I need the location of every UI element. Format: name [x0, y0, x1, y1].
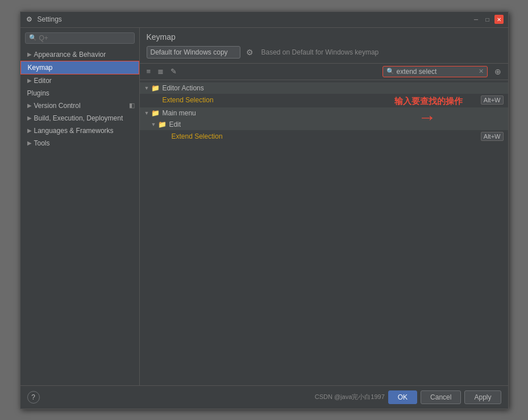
sidebar-search-input[interactable] [39, 34, 131, 42]
sidebar-item-label: Keymap [28, 64, 53, 72]
sidebar: 🔍 ▶ Appearance & Behavior Keymap ▶ Edito… [20, 28, 140, 385]
title-bar-controls: ─ □ ✕ [472, 15, 504, 24]
apply-button[interactable]: Apply [464, 390, 501, 404]
tree-group-header-main-menu[interactable]: ▼ 📁 Main menu [140, 107, 508, 119]
minimize-button[interactable]: ─ [472, 15, 481, 24]
sidebar-item-label: Version Control [34, 102, 81, 110]
version-control-icon: ◧ [129, 102, 135, 109]
sidebar-item-label: Tools [34, 139, 50, 147]
settings-window: ⚙ Settings ─ □ ✕ 🔍 ▶ Appearance & Behavi… [20, 11, 509, 409]
keymap-search-field[interactable]: 🔍 ✕ [383, 66, 488, 77]
tree-area: ▼ 📁 Editor Actions Extend Selection Alt+… [140, 80, 508, 385]
chevron-right-icon: ▶ [27, 127, 32, 134]
window-icon: ⚙ [25, 15, 34, 24]
keymap-controls: Default for Windows copy ⚙ Based on Defa… [147, 46, 501, 59]
folder-icon: 📁 [151, 109, 160, 117]
group-label: Main menu [162, 109, 196, 117]
keymap-select[interactable]: Default for Windows copy [147, 46, 240, 59]
folder-icon: 📁 [151, 84, 160, 92]
sidebar-item-label: Build, Execution, Deployment [34, 114, 123, 122]
sidebar-search-icon: 🔍 [29, 34, 37, 41]
help-button[interactable]: ? [27, 391, 40, 404]
sidebar-item-editor[interactable]: ▶ Editor [20, 74, 139, 87]
shortcut-badge-1: Alt+W [481, 95, 504, 105]
keymap-search-input[interactable] [397, 68, 476, 76]
sidebar-item-plugins[interactable]: Plugins [20, 87, 139, 99]
group-label: Editor Actions [162, 84, 203, 92]
annotation-area: ▼ 📁 Editor Actions Extend Selection Alt+… [140, 80, 508, 385]
keymap-description: Based on Default for Windows keymap [261, 48, 379, 56]
sidebar-item-label: Languages & Frameworks [34, 127, 114, 135]
sidebar-item-label: Plugins [27, 89, 49, 97]
content-area: 🔍 ▶ Appearance & Behavior Keymap ▶ Edito… [20, 28, 508, 385]
title-bar: ⚙ Settings ─ □ ✕ [20, 12, 508, 28]
tree-subgroup-header-edit[interactable]: ▼ 📁 Edit [140, 119, 508, 130]
tree-item-extend-selection-2[interactable]: Extend Selection Alt+W [140, 130, 508, 143]
close-button[interactable]: ✕ [494, 15, 504, 24]
sidebar-item-languages[interactable]: ▶ Languages & Frameworks [20, 124, 139, 137]
sidebar-item-version-control[interactable]: ▶ Version Control ◧ [20, 99, 139, 112]
sidebar-item-label: Editor [34, 77, 52, 85]
tree-group-main-menu: ▼ 📁 Main menu ▼ 📁 Edit Extend Selection [140, 107, 508, 143]
main-header: Keymap Default for Windows copy ⚙ Based … [140, 28, 508, 64]
chevron-right-icon: ▶ [27, 77, 32, 84]
search-icon: 🔍 [386, 68, 394, 75]
chevron-down-icon: ▼ [144, 85, 149, 91]
folder-icon: 📁 [158, 120, 167, 128]
chevron-right-icon: ▶ [27, 51, 32, 57]
maximize-button[interactable]: □ [483, 15, 492, 24]
sidebar-search-box[interactable]: 🔍 [25, 32, 135, 44]
keymap-toolbar: ≡ ≣ ✎ 🔍 ✕ ⊕ [140, 64, 508, 80]
toolbar-btn-indent[interactable]: ≡ [144, 66, 153, 77]
chevron-right-icon: ▶ [27, 140, 32, 146]
subgroup-label: Edit [169, 120, 181, 128]
tree-group-editor-actions: ▼ 📁 Editor Actions Extend Selection Alt+… [140, 82, 508, 106]
item-label: Extend Selection [163, 96, 214, 104]
chevron-right-icon: ▶ [27, 115, 32, 121]
keymap-gear-button[interactable]: ⚙ [245, 47, 255, 58]
footer: ? CSDN @java完小白1997 OK Cancel Apply [20, 385, 508, 409]
chevron-right-icon: ▶ [27, 102, 32, 109]
shortcut-badge-2: Alt+W [481, 132, 504, 141]
keymap-select-wrapper: Default for Windows copy [147, 46, 240, 59]
ok-button[interactable]: OK [388, 390, 417, 404]
main-panel: Keymap Default for Windows copy ⚙ Based … [140, 28, 508, 385]
chevron-down-icon: ▼ [151, 122, 156, 127]
search-clear-icon[interactable]: ✕ [479, 68, 484, 75]
chevron-down-icon: ▼ [144, 110, 149, 116]
sidebar-item-tools[interactable]: ▶ Tools [20, 137, 139, 149]
search-options-button[interactable]: ⊕ [492, 66, 504, 77]
watermark-text: CSDN @java完小白1997 [315, 393, 385, 401]
toolbar-btn-outdent[interactable]: ≣ [155, 66, 166, 77]
cancel-button[interactable]: Cancel [421, 390, 461, 404]
item-label: Extend Selection [172, 132, 223, 140]
sidebar-item-keymap[interactable]: Keymap [20, 61, 139, 74]
sidebar-item-label: Appearance & Behavior [34, 51, 106, 59]
main-title: Keymap [147, 32, 501, 41]
window-title: Settings [38, 15, 472, 23]
toolbar-btn-edit[interactable]: ✎ [168, 66, 179, 77]
sidebar-item-build[interactable]: ▶ Build, Execution, Deployment [20, 112, 139, 124]
sidebar-item-appearance[interactable]: ▶ Appearance & Behavior [20, 48, 139, 61]
tree-group-header-editor-actions[interactable]: ▼ 📁 Editor Actions [140, 82, 508, 94]
tree-item-extend-selection-1[interactable]: Extend Selection Alt+W [140, 94, 508, 106]
